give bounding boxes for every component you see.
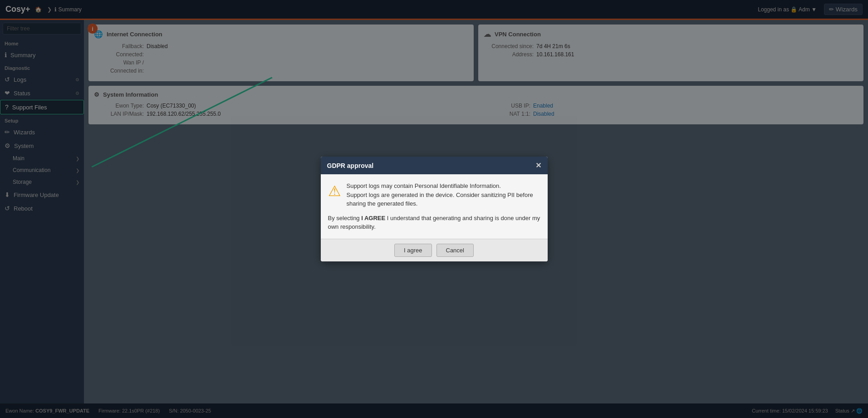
i-agree-button[interactable]: I agree xyxy=(394,244,432,257)
warning-icon: ⚠ xyxy=(328,182,341,200)
modal-overlay: GDPR approval ✕ ⚠ Support logs may conta… xyxy=(0,0,868,418)
modal-title: GDPR approval xyxy=(327,162,374,169)
gdpr-modal: GDPR approval ✕ ⚠ Support logs may conta… xyxy=(321,157,548,261)
modal-warning-row: ⚠ Support logs may contain Personal Iden… xyxy=(328,182,540,208)
modal-text: Support logs may contain Personal Identi… xyxy=(347,182,540,208)
cancel-button[interactable]: Cancel xyxy=(436,244,474,257)
modal-footer: I agree Cancel xyxy=(321,239,548,261)
modal-agreement-text: By selecting I AGREE I understand that g… xyxy=(328,214,540,231)
modal-close-button[interactable]: ✕ xyxy=(535,161,541,170)
modal-header: GDPR approval ✕ xyxy=(321,157,548,174)
modal-body: ⚠ Support logs may contain Personal Iden… xyxy=(321,174,548,239)
